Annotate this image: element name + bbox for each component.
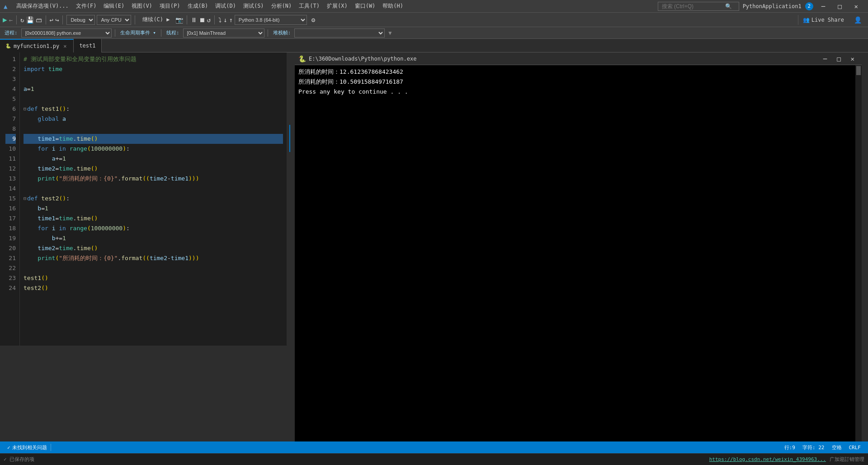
close-btn[interactable]: ✕ [850, 2, 863, 11]
toolbar-refresh-btn[interactable]: ↻ [20, 16, 24, 24]
line13-paren-close: ))) [189, 174, 199, 184]
search-input[interactable] [662, 3, 725, 9]
menu-test[interactable]: 测试(S) [240, 1, 268, 11]
line18-in: in [59, 223, 66, 233]
menu-edit[interactable]: 编辑(E) [100, 1, 128, 11]
line21-paren-open: ( [55, 253, 59, 263]
code-line-4: a=1 [24, 84, 283, 94]
toolbar-sep-5 [187, 15, 187, 24]
ln-23: 23 [5, 273, 16, 283]
menu-view[interactable]: 视图(V) [128, 1, 156, 11]
line21-print: print [38, 253, 55, 263]
fold-icon-15[interactable]: ⊟ [24, 194, 26, 204]
menu-help[interactable]: 帮助(H) [379, 1, 407, 11]
snapshot-btn[interactable]: 📷 [175, 16, 183, 24]
menu-build[interactable]: 生成(B) [184, 1, 212, 11]
debug-config-select[interactable]: Debug [66, 15, 95, 25]
step-in-btn[interactable]: ↓ [223, 16, 227, 24]
menu-tools[interactable]: 工具(T) [295, 1, 323, 11]
notification-badge: 2 [805, 2, 813, 10]
code-content[interactable]: # 测试局部变量和全局变量的引用效率问题 import time a=1 ⊟de… [20, 52, 287, 346]
ln-6: 6 [5, 104, 16, 114]
line18-range: range [70, 223, 87, 233]
toolbar-settings-btn[interactable]: ⚙ [309, 15, 318, 24]
url-link[interactable]: https://blog.csdn.net/weixin_4394963... [709, 456, 826, 462]
toolbar-undo-btn[interactable]: ↩ [50, 16, 53, 24]
python-version-select[interactable]: Python 3.8 (64-bit) [235, 15, 307, 25]
line10-paren-open: ( [87, 144, 91, 154]
toolbar-redo-btn[interactable]: ↪ [55, 16, 59, 24]
console-close-btn[interactable]: ✕ [847, 53, 858, 65]
editor-scrollbar[interactable] [287, 52, 293, 346]
line20-paren: () [91, 243, 98, 253]
debug-sep-2 [161, 29, 161, 37]
menu-advanced-save[interactable]: 高级保存选项(V)... [13, 1, 72, 11]
step-out-btn[interactable]: ↑ [229, 16, 232, 24]
app-title: PythonApplication1 [743, 3, 802, 9]
process-select[interactable]: [0x00001808] python.exe [21, 28, 112, 38]
tab-myfunction1-close[interactable]: ✕ [62, 43, 68, 50]
search-icon: 🔍 [725, 3, 732, 9]
menu-project[interactable]: 项目(P) [156, 1, 184, 11]
menu-window[interactable]: 窗口(W) [351, 1, 379, 11]
debug-expand-btn[interactable]: ▼ [388, 30, 392, 36]
ln-1: 1 [5, 54, 16, 64]
thread-select[interactable]: [0x1] MainThread [183, 28, 264, 38]
toolbar-sep-4 [135, 15, 135, 24]
line11-a: a [52, 154, 56, 164]
minimize-btn[interactable]: ─ [817, 2, 830, 11]
ln-13: 13 [5, 174, 16, 184]
line16-1: 1 [45, 204, 48, 214]
user-icon[interactable]: 👤 [850, 14, 865, 25]
line2-time: time [48, 64, 62, 74]
ln-3: 3 [5, 74, 16, 84]
step-over-btn[interactable]: ⤵ [218, 16, 222, 24]
tab-test1[interactable]: test1 [74, 39, 101, 52]
code-editor[interactable]: 1 2 3 4 5 6 7 8 9 10 11 12 13 14 15 16 1… [0, 52, 293, 346]
line21-format: format [121, 253, 142, 263]
restore-btn[interactable]: □ [833, 2, 846, 11]
toolbar-save-btn[interactable]: 💾 [26, 16, 34, 24]
ln-15: 15 [5, 194, 16, 204]
line13-time1: time1 [171, 174, 189, 184]
code-line-10: for i in range(100000000): [24, 144, 283, 154]
line20-time-func: time [76, 243, 90, 253]
console-restore-btn[interactable]: □ [833, 53, 844, 65]
status-spaces: 空格 [828, 444, 845, 451]
console-scrollbar-thumb [856, 66, 861, 75]
console-content[interactable]: 所消耗的时间：12.612367868423462 所消耗的时间：10.5091… [295, 65, 862, 441]
console-scrollbar[interactable] [855, 65, 862, 441]
fold-icon-6[interactable]: ⊟ [24, 104, 26, 114]
search-box[interactable]: 🔍 [658, 2, 739, 11]
stop-btn[interactable]: ⏹ [199, 16, 205, 24]
pause-btn[interactable]: ⏸ [191, 16, 197, 24]
restart-btn[interactable]: ↺ [207, 16, 211, 24]
status-col: 字符: 22 [799, 444, 828, 451]
console-titlebar: 🐍 E:\360Downloads\Python\python.exe ─ □ … [295, 52, 862, 65]
lifecycle-btn[interactable]: 生命周期事件 ▾ [118, 29, 158, 36]
menu-file[interactable]: 文件(F) [72, 1, 100, 11]
line6-test1: test1 [41, 104, 59, 114]
toolbar-sep-3 [62, 15, 63, 24]
menu-extensions[interactable]: 扩展(X) [323, 1, 351, 11]
menu-debug[interactable]: 调试(D) [212, 1, 240, 11]
line16-b: b [38, 204, 41, 214]
stack-select[interactable] [294, 28, 385, 38]
code-line-18: for i in range(100000000): [24, 223, 283, 233]
toolbar-sep-1 [16, 15, 17, 24]
line13-inner-paren: (( [142, 174, 150, 184]
toolbar-start-icon: ▶ [3, 15, 7, 24]
ln-9: 9 [5, 134, 16, 144]
menu-analyze[interactable]: 分析(N) [268, 1, 296, 11]
line12-time-func: time [76, 164, 90, 174]
console-minimize-btn[interactable]: ─ [820, 53, 830, 65]
line18-i: i [52, 223, 56, 233]
toolbar-save-all-btn[interactable]: 🗃 [36, 16, 42, 24]
tab-myfunction1[interactable]: 🐍 myfunction1.py ✕ [0, 39, 74, 52]
cpu-config-select[interactable]: Any CPU [97, 15, 131, 25]
live-share-button[interactable]: 👥 Live Share [798, 15, 849, 25]
continue-btn[interactable]: 继续(C) ▶ [139, 15, 173, 24]
toolbar-back-btn[interactable]: ← [9, 16, 13, 24]
ln-17: 17 [5, 214, 16, 223]
line12-paren: () [91, 164, 98, 174]
